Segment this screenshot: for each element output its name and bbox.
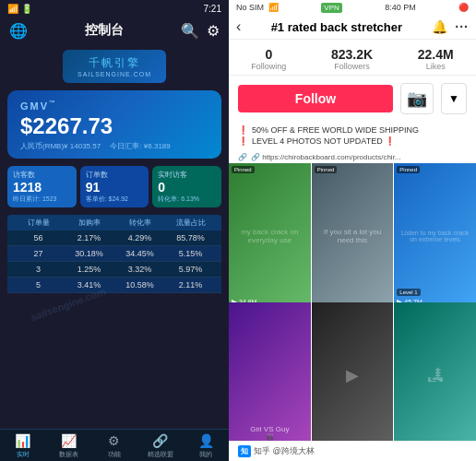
profile-header: ‹ #1 rated back stretcher 🔔 ··· xyxy=(229,15,476,40)
realtime-icon: 📊 xyxy=(15,433,30,448)
following-stat: 0 Following xyxy=(251,47,286,71)
likes-count: 22.4M xyxy=(418,47,454,62)
followers-count: 823.2K xyxy=(331,47,373,62)
nav-realtime-label: 实时 xyxy=(17,450,30,459)
likes-stat: 22.4M Likes xyxy=(418,47,454,71)
followers-stat: 823.2K Followers xyxy=(331,47,373,71)
profile-link[interactable]: 🔗 🔗 https://chirobackboard.com/products/… xyxy=(229,151,476,163)
nav-realtime[interactable]: 📊 实时 xyxy=(0,433,46,459)
nav-alliance[interactable]: 🔗 精选联盟 xyxy=(137,433,184,459)
col-orders: 订单量 xyxy=(13,218,64,228)
video-thumb-5[interactable]: ▶ xyxy=(312,302,394,441)
instagram-icon: 📷 xyxy=(407,89,427,109)
header-actions: 🔍 ⚙ xyxy=(181,22,220,40)
alliance-icon: 🔗 xyxy=(152,433,168,448)
search-icon[interactable]: 🔍 xyxy=(181,22,199,40)
video-thumb-3[interactable]: Listen to my back crack on extreme level… xyxy=(394,163,476,309)
table-row: 27 30.18% 34.45% 5.15% xyxy=(7,246,221,262)
left-status-icons: 📶 🔋 xyxy=(7,4,32,14)
data-icon: 📈 xyxy=(61,433,77,448)
zhihu-text: 知乎 @跨境大林 xyxy=(254,445,315,457)
no-sim-label: No SIM 📶 xyxy=(236,3,279,12)
level-badge-3: Level 1 xyxy=(397,289,420,296)
col-traffic: 流量占比 xyxy=(165,218,216,228)
following-count: 0 xyxy=(265,47,272,62)
video-thumb-1[interactable]: my back crack on everyday use Pinned ▶ 3… xyxy=(229,163,311,309)
left-header: 🌐 控制台 🔍 ⚙ xyxy=(0,17,229,44)
video-thumb-4[interactable]: Girl VS Guy 🎬 xyxy=(229,302,311,441)
thumb-bg-6: 🏞 xyxy=(394,302,476,441)
table-row: 5 3.41% 10.58% 2.11% xyxy=(7,278,221,293)
gmv-label: GMV™ xyxy=(20,100,208,112)
data-table: sailsengine.com 订单量 加购率 转化率 流量占比 56 2.17… xyxy=(7,215,221,425)
gmv-sub: 人民币(RMB)¥ 14035.57 今日汇率: ¥6.3189 xyxy=(20,141,208,151)
visitors-stat: 访客数 1218 昨日累计: 1523 xyxy=(7,166,77,207)
logo-cn: 千帆引擎 xyxy=(89,55,140,71)
visitors-value: 1218 xyxy=(13,180,71,195)
left-panel: 📶 🔋 7:21 🌐 控制台 🔍 ⚙ 千帆引擎 SAILSENGINE.COM … xyxy=(0,0,229,461)
gmv-amount: $2267.73 xyxy=(20,113,208,139)
nav-mine[interactable]: 👤 我的 xyxy=(183,433,229,459)
video-thumb-6[interactable]: 🏞 xyxy=(394,302,476,441)
thumb-bg-2: If you sit a lot you need this xyxy=(312,163,394,309)
nav-data[interactable]: 📈 数据表 xyxy=(46,433,92,459)
col-cart: 加购率 xyxy=(64,218,114,228)
profile-title: #1 rated back stretcher xyxy=(246,20,426,34)
col-convert: 转化率 xyxy=(114,218,165,228)
nav-function-label: 功能 xyxy=(108,450,121,459)
link-icon: 🔗 xyxy=(238,153,247,161)
visitors-label: 访客数 xyxy=(13,170,71,180)
pinned-badge-1: Pinned xyxy=(232,166,255,173)
nav-function[interactable]: ⚙ 功能 xyxy=(91,433,137,459)
realtime-label: 实时访客 xyxy=(158,170,216,180)
likes-label: Likes xyxy=(426,62,446,71)
back-button[interactable]: ‹ xyxy=(236,18,241,35)
video-thumb-2[interactable]: If you sit a lot you need this Pinned xyxy=(312,163,394,309)
followers-label: Followers xyxy=(334,62,370,71)
orders-stat: 订单数 91 客单价: $24.92 xyxy=(80,166,149,207)
console-title: 控制台 xyxy=(85,22,124,39)
globe-icon[interactable]: 🌐 xyxy=(9,22,28,40)
video-grid: my back crack on everyday use Pinned ▶ 3… xyxy=(229,163,476,441)
bottom-nav: 📊 实时 📈 数据表 ⚙ 功能 🔗 精选联盟 👤 我的 xyxy=(0,429,229,461)
nav-data-label: 数据表 xyxy=(59,450,78,459)
notice-2-text: LEVEL 4 PHOTOS NOT UPDATED ❗ xyxy=(252,136,395,146)
more-icon[interactable]: ··· xyxy=(455,19,469,34)
function-icon: ⚙ xyxy=(108,433,120,448)
pinned-badge-3: Pinned xyxy=(397,166,420,173)
instagram-button[interactable]: 📷 xyxy=(400,83,434,114)
notice-1: ❗ 50% OFF & FREE WORLD WIDE SHIPPING xyxy=(238,125,467,135)
nav-alliance-label: 精选联盟 xyxy=(148,450,173,459)
realtime-stat: 实时访客 0 转化率: 6.13% xyxy=(152,166,221,207)
visitors-sub: 昨日累计: 1523 xyxy=(13,195,71,204)
logo-area: 千帆引擎 SAILSENGINE.COM xyxy=(0,44,229,87)
logo-box: 千帆引擎 SAILSENGINE.COM xyxy=(63,50,166,83)
logo-en: SAILSENGINE.COM xyxy=(77,71,151,77)
following-label: Following xyxy=(251,62,286,71)
thumb-bg-4: Girl VS Guy 🎬 xyxy=(229,302,311,441)
follow-button[interactable]: Follow xyxy=(238,85,393,112)
orders-value: 91 xyxy=(86,180,144,195)
orders-sub: 客单价: $24.92 xyxy=(86,195,144,204)
thumb-bg-5: ▶ xyxy=(312,302,394,441)
nav-mine-label: 我的 xyxy=(199,450,212,459)
table-row: 56 2.17% 4.29% 85.78% xyxy=(7,230,221,246)
bell-icon[interactable]: 🔔 xyxy=(432,19,447,34)
thumb-bg-1: my back crack on everyday use xyxy=(229,163,311,309)
dropdown-button[interactable]: ▼ xyxy=(441,83,467,114)
vpn-label: VPN xyxy=(321,3,341,13)
table-row: 3 1.25% 3.32% 5.97% xyxy=(7,262,221,278)
thumb-bg-3: Listen to my back crack on extreme level… xyxy=(394,163,476,309)
action-row: Follow 📷 ▼ xyxy=(229,76,476,122)
notice-2: ❗ LEVEL 4 PHOTOS NOT UPDATED ❗ xyxy=(238,136,467,146)
table-header: 订单量 加购率 转化率 流量占比 xyxy=(7,215,221,230)
stats-row: 访客数 1218 昨日累计: 1523 订单数 91 客单价: $24.92 实… xyxy=(7,166,221,207)
orders-label: 订单数 xyxy=(86,170,144,180)
settings-icon[interactable]: ⚙ xyxy=(207,22,220,40)
header-icon-group: 🔔 ··· xyxy=(432,19,469,34)
notice-1-text: 50% OFF & FREE WORLD WIDE SHIPPING xyxy=(252,125,419,135)
notice-area: ❗ 50% OFF & FREE WORLD WIDE SHIPPING ❗ L… xyxy=(229,122,476,151)
right-status-bar: No SIM 📶 VPN 8:40 PM 🔴 xyxy=(229,0,476,15)
gmv-card: GMV™ $2267.73 人民币(RMB)¥ 14035.57 今日汇率: ¥… xyxy=(7,90,221,159)
chevron-down-icon: ▼ xyxy=(448,92,459,105)
